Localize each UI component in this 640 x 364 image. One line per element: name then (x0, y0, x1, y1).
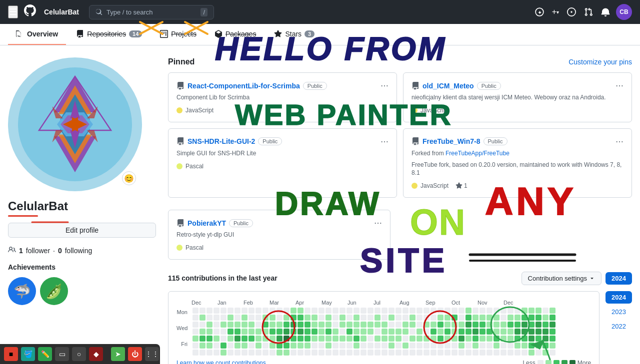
contrib-cell[interactable] (256, 322, 262, 328)
contrib-cell[interactable] (354, 308, 360, 314)
contrib-cell[interactable] (298, 322, 304, 328)
contrib-cell[interactable] (312, 336, 318, 342)
contrib-cell[interactable] (494, 343, 500, 349)
contrib-cell[interactable] (424, 308, 430, 314)
contrib-cell[interactable] (388, 336, 394, 342)
contrib-cell[interactable] (388, 322, 394, 328)
contrib-cell[interactable] (248, 350, 254, 356)
contrib-cell[interactable] (410, 308, 416, 314)
contrib-cell[interactable] (234, 350, 240, 356)
contrib-cell[interactable] (528, 329, 534, 335)
contrib-cell[interactable] (444, 308, 450, 314)
contrib-cell[interactable] (536, 315, 542, 321)
contrib-cell[interactable] (452, 343, 458, 349)
contrib-cell[interactable] (346, 308, 352, 314)
contrib-cell[interactable] (242, 350, 248, 356)
contrib-cell[interactable] (340, 350, 346, 356)
edit-profile-button[interactable]: Edit profile (8, 223, 156, 238)
contrib-cell[interactable] (248, 315, 254, 321)
hamburger-menu[interactable]: ☰ (8, 5, 18, 18)
contrib-cell[interactable] (318, 322, 324, 328)
contrib-cell[interactable] (242, 343, 248, 349)
contrib-cell[interactable] (536, 322, 542, 328)
repo-name-react[interactable]: React-ComponentLib-for-Scrimba (188, 82, 300, 90)
contrib-cell[interactable] (374, 343, 380, 349)
contrib-cell[interactable] (312, 350, 318, 356)
contrib-cell[interactable] (360, 308, 366, 314)
contrib-cell[interactable] (402, 315, 408, 321)
contrib-cell[interactable] (458, 322, 464, 328)
contrib-cell[interactable] (270, 322, 276, 328)
contrib-cell[interactable] (318, 343, 324, 349)
contrib-cell[interactable] (270, 336, 276, 342)
contrib-cell[interactable] (332, 322, 338, 328)
contrib-cell[interactable] (206, 336, 212, 342)
contrib-cell[interactable] (368, 315, 374, 321)
contrib-cell[interactable] (514, 322, 520, 328)
contrib-cell[interactable] (192, 336, 198, 342)
contrib-cell[interactable] (298, 343, 304, 349)
contrib-cell[interactable] (536, 308, 542, 314)
contrib-cell[interactable] (340, 329, 346, 335)
contrib-cell[interactable] (284, 336, 290, 342)
contrib-cell[interactable] (346, 315, 352, 321)
tab-repositories[interactable]: Repositories 14 (68, 24, 150, 45)
contrib-cell[interactable] (354, 322, 360, 328)
contrib-cell[interactable] (536, 350, 542, 356)
contrib-cell[interactable] (192, 350, 198, 356)
contrib-cell[interactable] (444, 350, 450, 356)
contrib-cell[interactable] (396, 336, 402, 342)
toolbar-dark-red[interactable]: ◆ (89, 347, 103, 361)
contrib-cell[interactable] (514, 308, 520, 314)
contrib-cell[interactable] (508, 350, 514, 356)
contrib-cell[interactable] (466, 322, 472, 328)
contrib-cell[interactable] (270, 329, 276, 335)
contrib-cell[interactable] (360, 343, 366, 349)
contrib-cell[interactable] (290, 329, 296, 335)
repo-name-sns[interactable]: SNS-HDR-Lite-GUI-2 (188, 137, 255, 145)
contrib-cell[interactable] (214, 329, 220, 335)
contrib-cell[interactable] (318, 336, 324, 342)
contrib-cell[interactable] (458, 315, 464, 321)
contrib-cell[interactable] (542, 343, 548, 349)
contrib-cell[interactable] (242, 336, 248, 342)
contrib-cell[interactable] (276, 315, 282, 321)
contrib-cell[interactable] (234, 329, 240, 335)
contrib-cell[interactable] (536, 343, 542, 349)
contrib-cell[interactable] (200, 350, 206, 356)
learn-contributions-link[interactable]: Learn how we count contributions (176, 360, 266, 364)
contrib-cell[interactable] (312, 308, 318, 314)
contrib-cell[interactable] (374, 329, 380, 335)
contrib-cell[interactable] (542, 315, 548, 321)
contrib-cell[interactable] (192, 329, 198, 335)
contrib-cell[interactable] (340, 315, 346, 321)
contrib-cell[interactable] (522, 322, 528, 328)
toolbar-paint-bucket[interactable]: 🪣 (21, 347, 35, 361)
contrib-cell[interactable] (326, 322, 332, 328)
contrib-cell[interactable] (416, 343, 422, 349)
contrib-cell[interactable] (522, 308, 528, 314)
contrib-cell[interactable] (480, 343, 486, 349)
contrib-cell[interactable] (424, 336, 430, 342)
contrib-cell[interactable] (256, 350, 262, 356)
contrib-cell[interactable] (220, 329, 226, 335)
contrib-cell[interactable] (508, 336, 514, 342)
contrib-cell[interactable] (452, 322, 458, 328)
contrib-cell[interactable] (228, 315, 234, 321)
contrib-cell[interactable] (354, 329, 360, 335)
contrib-cell[interactable] (298, 336, 304, 342)
contrib-cell[interactable] (326, 308, 332, 314)
toolbar-rectangle[interactable]: ▭ (55, 347, 69, 361)
contrib-cell[interactable] (458, 308, 464, 314)
contrib-cell[interactable] (424, 350, 430, 356)
contrib-cell[interactable] (346, 336, 352, 342)
contrib-cell[interactable] (500, 322, 506, 328)
contrib-cell[interactable] (486, 329, 492, 335)
contrib-cell[interactable] (402, 350, 408, 356)
notifications-btn[interactable] (599, 5, 612, 18)
contrib-cell[interactable] (430, 350, 436, 356)
contrib-cell[interactable] (318, 329, 324, 335)
contrib-cell[interactable] (270, 343, 276, 349)
contrib-cell[interactable] (500, 315, 506, 321)
contrib-cell[interactable] (360, 322, 366, 328)
